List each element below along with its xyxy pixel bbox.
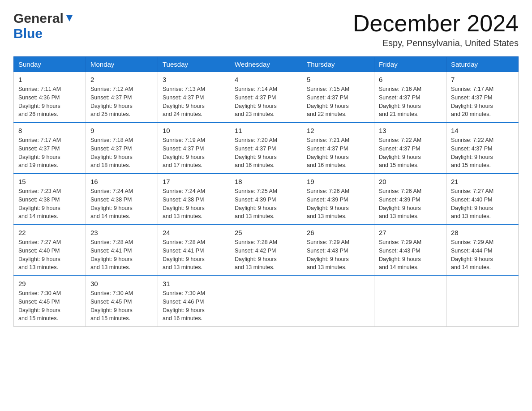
day-info: Sunrise: 7:14 AM Sunset: 4:37 PM Dayligh… bbox=[235, 85, 297, 119]
day-number: 31 bbox=[163, 280, 225, 287]
empty-cell bbox=[374, 276, 446, 327]
day-info: Sunrise: 7:17 AM Sunset: 4:37 PM Dayligh… bbox=[18, 136, 81, 170]
day-number: 26 bbox=[307, 229, 369, 236]
calendar-day-14: 14 Sunrise: 7:22 AM Sunset: 4:37 PM Dayl… bbox=[446, 123, 519, 174]
day-info: Sunrise: 7:29 AM Sunset: 4:43 PM Dayligh… bbox=[379, 238, 442, 272]
calendar-day-5: 5 Sunrise: 7:15 AM Sunset: 4:37 PM Dayli… bbox=[302, 72, 374, 123]
day-number: 15 bbox=[18, 178, 81, 185]
empty-cell bbox=[446, 276, 519, 327]
calendar-day-15: 15 Sunrise: 7:23 AM Sunset: 4:38 PM Dayl… bbox=[14, 174, 86, 225]
calendar-day-3: 3 Sunrise: 7:13 AM Sunset: 4:37 PM Dayli… bbox=[158, 72, 230, 123]
day-info: Sunrise: 7:30 AM Sunset: 4:45 PM Dayligh… bbox=[18, 289, 81, 323]
day-number: 11 bbox=[235, 127, 297, 134]
day-number: 14 bbox=[451, 127, 514, 134]
calendar-day-8: 8 Sunrise: 7:17 AM Sunset: 4:37 PM Dayli… bbox=[14, 123, 86, 174]
empty-cell bbox=[230, 276, 302, 327]
day-number: 10 bbox=[163, 127, 225, 134]
day-number: 18 bbox=[235, 178, 297, 185]
calendar-day-20: 20 Sunrise: 7:26 AM Sunset: 4:39 PM Dayl… bbox=[374, 174, 446, 225]
calendar-week-4: 22 Sunrise: 7:27 AM Sunset: 4:40 PM Dayl… bbox=[14, 225, 519, 276]
day-number: 4 bbox=[235, 76, 297, 83]
day-number: 13 bbox=[379, 127, 442, 134]
day-info: Sunrise: 7:18 AM Sunset: 4:37 PM Dayligh… bbox=[90, 136, 153, 170]
day-info: Sunrise: 7:30 AM Sunset: 4:46 PM Dayligh… bbox=[163, 289, 225, 323]
day-number: 2 bbox=[90, 76, 153, 83]
day-number: 6 bbox=[379, 76, 442, 83]
day-info: Sunrise: 7:24 AM Sunset: 4:38 PM Dayligh… bbox=[90, 187, 153, 221]
logo-blue-text: Blue bbox=[13, 26, 43, 41]
day-info: Sunrise: 7:21 AM Sunset: 4:37 PM Dayligh… bbox=[307, 136, 369, 170]
logo-general-text: General bbox=[13, 11, 64, 26]
day-info: Sunrise: 7:28 AM Sunset: 4:42 PM Dayligh… bbox=[235, 238, 297, 272]
day-number: 23 bbox=[90, 229, 153, 236]
calendar-day-21: 21 Sunrise: 7:27 AM Sunset: 4:40 PM Dayl… bbox=[446, 174, 519, 225]
location-text: Espy, Pennsylvania, United States bbox=[353, 38, 519, 48]
day-info: Sunrise: 7:16 AM Sunset: 4:37 PM Dayligh… bbox=[379, 85, 442, 119]
calendar-day-2: 2 Sunrise: 7:12 AM Sunset: 4:37 PM Dayli… bbox=[86, 72, 158, 123]
day-info: Sunrise: 7:15 AM Sunset: 4:37 PM Dayligh… bbox=[307, 85, 369, 119]
day-info: Sunrise: 7:28 AM Sunset: 4:41 PM Dayligh… bbox=[90, 238, 153, 272]
header-day-sunday: Sunday bbox=[14, 57, 86, 72]
header-day-friday: Friday bbox=[374, 57, 446, 72]
calendar-day-27: 27 Sunrise: 7:29 AM Sunset: 4:43 PM Dayl… bbox=[374, 225, 446, 276]
day-info: Sunrise: 7:26 AM Sunset: 4:39 PM Dayligh… bbox=[379, 187, 442, 221]
calendar-day-22: 22 Sunrise: 7:27 AM Sunset: 4:40 PM Dayl… bbox=[14, 225, 86, 276]
day-number: 24 bbox=[163, 229, 225, 236]
day-number: 16 bbox=[90, 178, 153, 185]
calendar-week-1: 1 Sunrise: 7:11 AM Sunset: 4:36 PM Dayli… bbox=[14, 72, 519, 123]
calendar-week-2: 8 Sunrise: 7:17 AM Sunset: 4:37 PM Dayli… bbox=[14, 123, 519, 174]
calendar-day-11: 11 Sunrise: 7:20 AM Sunset: 4:37 PM Dayl… bbox=[230, 123, 302, 174]
day-number: 25 bbox=[235, 229, 297, 236]
day-number: 30 bbox=[90, 280, 153, 287]
logo-arrow-icon bbox=[64, 13, 74, 23]
calendar-day-16: 16 Sunrise: 7:24 AM Sunset: 4:38 PM Dayl… bbox=[86, 174, 158, 225]
calendar-day-12: 12 Sunrise: 7:21 AM Sunset: 4:37 PM Dayl… bbox=[302, 123, 374, 174]
title-block: December 2024 Espy, Pennsylvania, United… bbox=[353, 11, 519, 48]
calendar-day-1: 1 Sunrise: 7:11 AM Sunset: 4:36 PM Dayli… bbox=[14, 72, 86, 123]
day-number: 27 bbox=[379, 229, 442, 236]
day-info: Sunrise: 7:27 AM Sunset: 4:40 PM Dayligh… bbox=[451, 187, 514, 221]
day-info: Sunrise: 7:20 AM Sunset: 4:37 PM Dayligh… bbox=[235, 136, 297, 170]
page-header: General Blue December 2024 Espy, Pennsyl… bbox=[13, 11, 519, 48]
day-info: Sunrise: 7:28 AM Sunset: 4:41 PM Dayligh… bbox=[163, 238, 225, 272]
day-info: Sunrise: 7:25 AM Sunset: 4:39 PM Dayligh… bbox=[235, 187, 297, 221]
calendar-day-13: 13 Sunrise: 7:22 AM Sunset: 4:37 PM Dayl… bbox=[374, 123, 446, 174]
day-info: Sunrise: 7:17 AM Sunset: 4:37 PM Dayligh… bbox=[451, 85, 514, 119]
calendar-day-29: 29 Sunrise: 7:30 AM Sunset: 4:45 PM Dayl… bbox=[14, 276, 86, 327]
day-number: 3 bbox=[163, 76, 225, 83]
calendar-day-23: 23 Sunrise: 7:28 AM Sunset: 4:41 PM Dayl… bbox=[86, 225, 158, 276]
day-info: Sunrise: 7:26 AM Sunset: 4:39 PM Dayligh… bbox=[307, 187, 369, 221]
day-info: Sunrise: 7:11 AM Sunset: 4:36 PM Dayligh… bbox=[18, 85, 81, 119]
day-info: Sunrise: 7:29 AM Sunset: 4:44 PM Dayligh… bbox=[451, 238, 514, 272]
calendar-day-31: 31 Sunrise: 7:30 AM Sunset: 4:46 PM Dayl… bbox=[158, 276, 230, 327]
day-info: Sunrise: 7:30 AM Sunset: 4:45 PM Dayligh… bbox=[90, 289, 153, 323]
day-number: 22 bbox=[18, 229, 81, 236]
day-number: 20 bbox=[379, 178, 442, 185]
header-day-monday: Monday bbox=[86, 57, 158, 72]
calendar-day-30: 30 Sunrise: 7:30 AM Sunset: 4:45 PM Dayl… bbox=[86, 276, 158, 327]
empty-cell bbox=[302, 276, 374, 327]
day-info: Sunrise: 7:22 AM Sunset: 4:37 PM Dayligh… bbox=[379, 136, 442, 170]
logo: General Blue bbox=[13, 11, 74, 41]
calendar-body: 1 Sunrise: 7:11 AM Sunset: 4:36 PM Dayli… bbox=[14, 72, 519, 327]
day-info: Sunrise: 7:27 AM Sunset: 4:40 PM Dayligh… bbox=[18, 238, 81, 272]
day-number: 8 bbox=[18, 127, 81, 134]
header-day-saturday: Saturday bbox=[446, 57, 519, 72]
calendar-day-6: 6 Sunrise: 7:16 AM Sunset: 4:37 PM Dayli… bbox=[374, 72, 446, 123]
calendar-day-26: 26 Sunrise: 7:29 AM Sunset: 4:43 PM Dayl… bbox=[302, 225, 374, 276]
calendar-day-10: 10 Sunrise: 7:19 AM Sunset: 4:37 PM Dayl… bbox=[158, 123, 230, 174]
day-number: 21 bbox=[451, 178, 514, 185]
day-number: 17 bbox=[163, 178, 225, 185]
day-info: Sunrise: 7:22 AM Sunset: 4:37 PM Dayligh… bbox=[451, 136, 514, 170]
calendar-day-28: 28 Sunrise: 7:29 AM Sunset: 4:44 PM Dayl… bbox=[446, 225, 519, 276]
calendar-day-24: 24 Sunrise: 7:28 AM Sunset: 4:41 PM Dayl… bbox=[158, 225, 230, 276]
day-info: Sunrise: 7:23 AM Sunset: 4:38 PM Dayligh… bbox=[18, 187, 81, 221]
day-info: Sunrise: 7:12 AM Sunset: 4:37 PM Dayligh… bbox=[90, 85, 153, 119]
calendar-day-4: 4 Sunrise: 7:14 AM Sunset: 4:37 PM Dayli… bbox=[230, 72, 302, 123]
header-day-wednesday: Wednesday bbox=[230, 57, 302, 72]
calendar-week-5: 29 Sunrise: 7:30 AM Sunset: 4:45 PM Dayl… bbox=[14, 276, 519, 327]
day-number: 29 bbox=[18, 280, 81, 287]
day-info: Sunrise: 7:19 AM Sunset: 4:37 PM Dayligh… bbox=[163, 136, 225, 170]
calendar-day-17: 17 Sunrise: 7:24 AM Sunset: 4:38 PM Dayl… bbox=[158, 174, 230, 225]
calendar-day-18: 18 Sunrise: 7:25 AM Sunset: 4:39 PM Dayl… bbox=[230, 174, 302, 225]
